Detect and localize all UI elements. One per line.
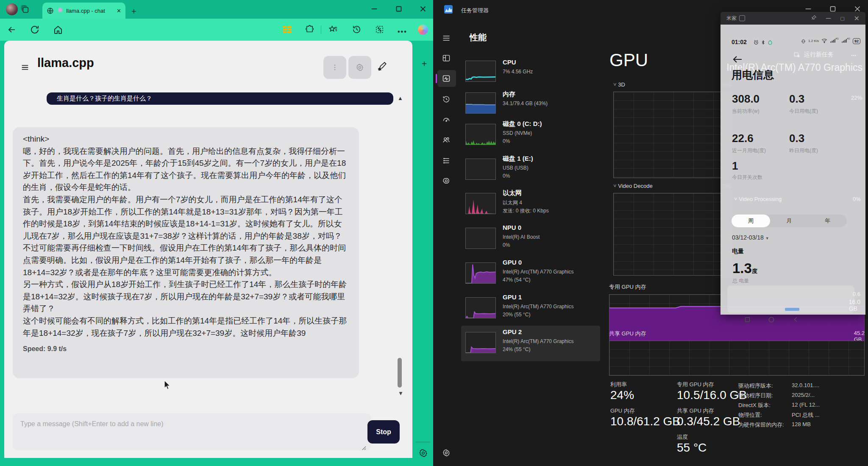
browser-maximize-button[interactable]: [394, 4, 403, 14]
phone-close-icon[interactable]: ✕: [854, 14, 860, 22]
battery-icon: 92: [853, 38, 860, 44]
toolbar-divider: [321, 25, 321, 34]
think-paragraph: 首先，我需要确定用户的年龄。用户有一个7岁的女儿，而用户是在工作的第14年有了这…: [23, 194, 349, 242]
scroll-down-arrow-icon[interactable]: ▼: [398, 390, 403, 396]
gpu0-thumb-graph: [465, 262, 496, 284]
back-icon[interactable]: [7, 25, 17, 35]
think-paragraph: 这个时候可能会有不同的解释方式，比如工作的第14年是指已经工作了14年，所以生孩…: [23, 315, 349, 339]
back-arrow-icon[interactable]: [732, 55, 743, 65]
bluetooth-icon: [761, 40, 765, 45]
favorites-icon[interactable]: [328, 25, 338, 34]
think-paragraph: 不过可能需要再仔细检查一下时间线。假设用户在工作的第14年有了孩子，那么具体的时…: [23, 242, 349, 279]
tm-nav-startup-apps-icon[interactable]: [441, 114, 452, 125]
resize-handle-icon[interactable]: [361, 444, 366, 452]
util-value: 24%: [610, 388, 634, 402]
hw-reserved-memory-label: 为硬件保留的内存:: [738, 421, 784, 429]
mouse-cursor: [163, 380, 172, 392]
phone-window-badge-icon: [739, 15, 745, 21]
phone-mirror-window: 米家 ─ ▢ ✕ 运行新任务 ... Intel(R) Arc(TM) A770…: [721, 12, 865, 315]
refresh-icon[interactable]: [30, 25, 40, 35]
scroll-up-arrow-icon[interactable]: ▲: [398, 95, 403, 101]
tab-month[interactable]: 月: [770, 217, 808, 225]
phone-minimize-icon[interactable]: ─: [826, 14, 831, 22]
tab-close-icon[interactable]: ✕: [117, 8, 121, 14]
workspaces-icon[interactable]: [20, 5, 30, 14]
today-usage-label: 今日用电(度): [789, 108, 818, 115]
android-back-icon[interactable]: [793, 316, 799, 324]
extensions-puzzle-icon[interactable]: [305, 25, 315, 34]
theme-pen-icon[interactable]: [377, 61, 388, 72]
memory-thumb-graph: [465, 92, 496, 114]
sidebar-new-chat-icon[interactable]: ＋: [420, 58, 428, 69]
phone-window-titlebar[interactable]: 米家 ─ ▢ ✕: [721, 12, 865, 25]
driver-version-value: 32.0.101....: [792, 382, 819, 388]
gpu2-thumb-graph: [465, 332, 496, 353]
chat-more-button[interactable]: [323, 56, 346, 79]
signal-bars-2: 4G: [841, 37, 850, 45]
chat-menu-icon[interactable]: [20, 63, 30, 72]
hw-reserved-memory-value: 128 MB: [792, 421, 811, 427]
browser-close-button[interactable]: [418, 4, 428, 14]
yesterday-usage-value: 0.3: [789, 132, 804, 145]
yesterday-usage-label: 昨日用电(度): [789, 147, 818, 154]
energy-section-label: 电量: [732, 248, 744, 255]
power-info-title: 用电信息: [732, 68, 774, 82]
cpu-thumb-graph: [465, 61, 496, 82]
browser-window: llama.cpp - chat ✕ ＋: [0, 0, 433, 466]
browser-settings-gear-icon[interactable]: [419, 449, 428, 458]
dedicated-mem-stat-value: 10.5/16.0 GB: [677, 388, 747, 402]
total-energy-label: 总 电量: [732, 277, 749, 285]
temperature-label: 温度: [677, 433, 688, 441]
home-icon[interactable]: [53, 25, 63, 35]
engine-video-decode-label[interactable]: ˅ Video Decode: [613, 183, 653, 189]
chat-settings-button[interactable]: [348, 56, 371, 79]
android-home-icon[interactable]: [768, 316, 775, 325]
copilot-icon[interactable]: [418, 25, 428, 35]
tm-settings-gear-icon[interactable]: [441, 447, 452, 458]
tm-nav-users-icon[interactable]: [441, 134, 452, 145]
web-capture-icon[interactable]: [375, 25, 384, 34]
signal-bars-1: 4G: [830, 37, 839, 45]
scrollbar-thumb[interactable]: [398, 358, 402, 388]
run-new-task-button[interactable]: 运行新任务: [793, 51, 834, 59]
more-menu-icon[interactable]: •••: [398, 28, 407, 36]
engine-3d-graph: [613, 92, 732, 178]
profile-avatar[interactable]: [6, 3, 18, 15]
current-power-value: 308.0: [732, 92, 760, 106]
gpu-mem-label: GPU 内存: [610, 407, 635, 415]
shared-mem-stat-value: 0.3/45.2 GB: [677, 415, 740, 428]
engine-3d-label[interactable]: ˅ 3D: [613, 81, 625, 88]
alarm-icon: [754, 40, 759, 45]
tm-nav-app-history-icon[interactable]: [441, 94, 452, 105]
tm-nav-services-icon[interactable]: [441, 176, 452, 187]
tm-nav-details-icon[interactable]: [441, 155, 452, 166]
disk0-thumb-graph: [465, 124, 496, 145]
new-tab-button[interactable]: ＋: [130, 6, 138, 17]
tab-week[interactable]: 周: [732, 217, 770, 225]
stop-button[interactable]: Stop: [367, 420, 400, 444]
tm-nav-menu-icon[interactable]: [441, 33, 452, 44]
tm-nav-performance-icon[interactable]: [441, 73, 452, 84]
phone-maximize-icon[interactable]: ▢: [840, 16, 844, 21]
globe-icon: [47, 7, 54, 14]
phone-pin-icon[interactable]: [811, 14, 817, 22]
tm-more-options[interactable]: ...: [851, 50, 857, 57]
physical-location-label: 物理位置:: [738, 411, 762, 419]
browser-minimize-button[interactable]: [370, 4, 379, 14]
tab-year[interactable]: 年: [808, 217, 847, 225]
status-time: 01:02: [732, 39, 747, 45]
browser-tab[interactable]: llama.cpp - chat ✕: [42, 3, 125, 19]
shared-gpu-memory-graph: [609, 340, 865, 376]
assistant-message-bubble: <think> 嗯，好的，我现在需要解决用户的问题。首先，用户给出的信息有点复杂…: [13, 127, 359, 378]
tm-nav-processes-icon[interactable]: [441, 53, 452, 64]
status-left-icons: [754, 40, 773, 45]
phone-screen: 运行新任务 ... Intel(R) Arc(TM) A770 Graphics…: [721, 25, 865, 315]
llama-favicon: [57, 7, 63, 15]
date-range-selector[interactable]: 03/12-03/18 ▼: [732, 234, 769, 241]
extension-favicon-yellow[interactable]: [283, 26, 292, 35]
history-icon[interactable]: [352, 25, 362, 34]
npu0-thumb-graph: [465, 228, 496, 249]
dedicated-gpu-memory-label: 专用 GPU 内存: [609, 283, 646, 291]
message-input[interactable]: [13, 413, 371, 450]
android-recents-icon[interactable]: [744, 316, 751, 324]
